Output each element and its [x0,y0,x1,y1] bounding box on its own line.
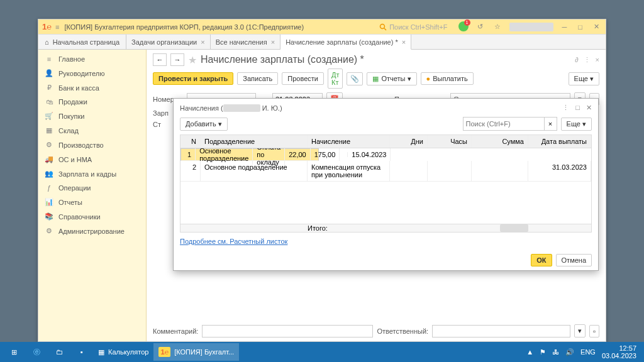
close-page-icon[interactable]: × [596,56,599,64]
svg-line-1 [384,28,386,30]
sidebar-label: Банк и касса [58,84,99,92]
save-button[interactable]: Записать [237,72,278,85]
tray-network-icon[interactable]: 🖧 [552,348,559,356]
dialog-options-icon[interactable]: ⋮ [562,104,569,112]
close-tab-icon[interactable]: × [201,38,204,46]
sidebar-icon: ƒ [45,184,53,192]
pay-button[interactable]: ●Выплатить [421,72,474,85]
sidebar-item[interactable]: 👥Зарплата и кадры [38,167,146,181]
global-search[interactable]: Поиск Ctrl+Shift+F [379,23,447,31]
open-icon[interactable]: ▫ [589,325,599,337]
favorite-icon[interactable]: ☆ [492,21,503,32]
sidebar-item[interactable]: ▦Склад [38,123,146,138]
label-responsible: Ответственный: [377,327,428,335]
more-button[interactable]: Еще ▾ [569,72,599,85]
sidebar-label: ОС и НМА [58,156,92,163]
dialog-maximize-icon[interactable]: □ [575,104,580,112]
sidebar-icon: 👥 [45,170,53,178]
close-tab-icon[interactable]: × [271,38,275,46]
forward-button[interactable]: → [170,53,184,66]
page-title: Начисление зарплаты (создание) * [201,54,364,65]
cmd-icon[interactable]: ▪ [70,343,93,361]
label-salary: Зарп [153,109,169,117]
accruals-table: N Подразделение Начисление Дни Часы Сумм… [180,134,592,233]
menu-icon[interactable]: ≡ [55,23,59,31]
responsible-input[interactable] [432,325,570,337]
sidebar-item[interactable]: 🛒Покупки [38,109,146,123]
history-icon[interactable]: ↺ [475,21,486,32]
cancel-button[interactable]: Отмена [556,254,592,266]
ok-button[interactable]: ОК [531,254,552,266]
tray-lang[interactable]: ENG [580,348,596,356]
ie-icon[interactable]: ⓔ [25,343,48,361]
dt-kt-icon[interactable]: ДтКт [328,69,343,89]
sidebar-icon: ▦ [45,126,53,134]
tray-up-icon[interactable]: ▲ [526,348,533,356]
start-button[interactable]: ⊞ [3,343,25,361]
sidebar-label: Отчеты [58,199,82,206]
table-footer: Итого: x [180,224,591,232]
maximize-icon[interactable]: □ [575,22,585,32]
add-button[interactable]: Добавить ▾ [180,118,228,131]
sidebar-item[interactable]: 📚Справочники [38,209,146,224]
tab-tasks[interactable]: Задачи организации× [126,35,211,49]
label-comment: Комментарий: [153,327,198,335]
sidebar-item[interactable]: ⚙Администрирование [38,224,146,238]
sidebar-icon: 🚚 [45,155,53,163]
dialog-more-button[interactable]: Еще ▾ [561,118,592,131]
sidebar-icon: 🛒 [45,112,53,120]
sidebar-item[interactable]: 👤Руководителю [38,66,146,80]
tab-home[interactable]: ⌂Начальная страница [38,35,126,49]
tray-volume-icon[interactable]: 🔊 [565,348,574,356]
close-tab-icon[interactable]: × [402,38,406,46]
sidebar-label: Главное [58,55,85,63]
sidebar-item[interactable]: ₽Банк и касса [38,80,146,95]
sidebar-label: Производство [58,141,104,149]
dialog-search-input[interactable] [463,117,545,131]
dialog-close-icon[interactable]: ✕ [586,104,592,112]
back-button[interactable]: ← [153,53,167,66]
clear-search-icon[interactable]: × [545,117,557,131]
tab-salary-accrual[interactable]: Начисление зарплаты (создание) *× [280,35,411,50]
search-placeholder: Поиск Ctrl+Shift+F [389,23,447,31]
notifications-icon[interactable]: 1 [458,21,469,33]
comment-input[interactable] [202,325,373,337]
link-icon[interactable]: ∂ [575,56,578,64]
post-button[interactable]: Провести [282,72,324,85]
dropdown-icon[interactable]: ▾ [574,324,586,337]
tabbar: ⌂Начальная страница Задачи организации× … [38,35,606,50]
sidebar-icon: 👤 [45,69,53,77]
taskbar-app-calc[interactable]: ▦ Калькулятор [93,343,153,361]
options-icon[interactable]: ⋮ [584,56,591,64]
tab-all-accruals[interactable]: Все начисления× [211,35,281,49]
tray-clock[interactable]: 12:5703.04.2023 [602,344,636,359]
taskbar-app-1c[interactable]: 1℮[КОПИЯ] Бухгалт... [153,343,239,361]
redacted: xxxxxx [509,23,553,31]
sidebar-item[interactable]: ƒОперации [38,181,146,195]
sidebar-label: Администрирование [58,228,125,235]
explorer-icon[interactable]: 🗀 [48,343,70,361]
attach-icon[interactable]: 📎 [347,72,363,85]
payslip-link[interactable]: Подробнее см. Расчетный листок [174,233,598,250]
logo-1c: 1℮ [42,22,52,31]
post-and-close-button[interactable]: Провести и закрыть [153,72,233,85]
sidebar-item[interactable]: 📊Отчеты [38,195,146,209]
sidebar-item[interactable]: 🛍Продажи [38,95,146,109]
tray-flag-icon[interactable]: ⚑ [540,348,546,356]
table-row[interactable]: 1Основное подразделениеОплата по окладу2… [180,148,319,161]
sidebar-label: Зарплата и кадры [58,170,116,178]
sidebar-item[interactable]: 🚚ОС и НМА [38,152,146,167]
star-icon[interactable]: ★ [188,54,197,66]
sidebar-icon: ⚙ [45,227,53,235]
taskbar: ⊞ ⓔ 🗀 ▪ ▦ Калькулятор 1℮[КОПИЯ] Бухгалт.… [0,342,644,362]
minimize-icon[interactable]: ─ [560,22,570,32]
sidebar-item[interactable]: ≡Главное [38,52,146,66]
sidebar-label: Продажи [58,98,87,106]
close-icon[interactable]: ✕ [591,21,602,32]
table-row[interactable]: 2Основное подразделениеКомпенсация отпус… [180,161,591,182]
table-header: N Подразделение Начисление Дни Часы Сумм… [180,135,591,148]
titlebar: 1℮ ≡ [КОПИЯ] Бухгалтерия предприятия КОР… [38,19,606,35]
reports-button[interactable]: ▦Отчеты ▾ [367,72,416,85]
sidebar-item[interactable]: ⚙Производство [38,138,146,152]
sidebar-icon: ⚙ [45,141,53,149]
